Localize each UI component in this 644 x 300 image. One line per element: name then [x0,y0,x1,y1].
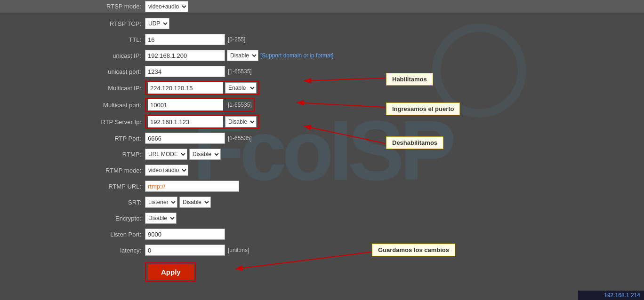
rtp-server-ip-input[interactable] [148,116,223,127]
ttl-label: TTL: [75,36,141,43]
multicast-ip-row: Multicast IP: DisableEnable [75,81,644,95]
multicast-port-highlight: [1-65535] [145,98,255,112]
encrypto-select[interactable]: DisableEnable [145,213,177,224]
multicast-port-label: Multicast port: [75,102,141,109]
rtmp-mode-select2[interactable]: video+audiovideoaudio [145,165,188,176]
unicast-port-row: unicast port: [1-65535] [75,65,644,78]
rtsp-tcp-select[interactable]: UDPTCP [145,18,169,29]
rtp-port-input[interactable] [145,133,225,144]
rtmp-row: RTMP: URL MODE DisableEnable [75,148,644,161]
encrypto-label: Encrypto: [75,215,141,222]
srt-mode-select[interactable]: ListenerCaller [145,197,177,208]
listen-port-label: Listen Port: [75,231,141,238]
form-area: RTSP TCP: UDPTCP TTL: [0-255] unicast IP… [0,13,644,300]
rtp-server-ip-highlight: DisableEnable [145,115,259,129]
multicast-port-hint: [1-65535] [228,102,252,108]
multicast-ip-select[interactable]: DisableEnable [225,82,257,94]
unicast-port-input[interactable] [145,66,225,77]
latency-label: latency: [75,247,141,254]
latency-input[interactable] [145,245,225,256]
unicast-ip-input[interactable] [145,50,225,61]
ttl-row: TTL: [0-255] [75,33,644,46]
apply-border-box: Apply [145,262,196,282]
unicast-ip-label: unicast IP: [75,52,141,59]
rtmp-mode-select[interactable]: URL MODE [145,149,187,160]
multicast-ip-label: Multicast IP: [75,85,141,92]
unicast-ip-row: unicast IP: DisableEnable [Support domai… [75,49,644,62]
rtp-server-ip-row: RTP Server Ip: DisableEnable [75,115,644,129]
rtmp-enable-select[interactable]: DisableEnable [189,149,221,160]
rtsp-tcp-row: RTSP TCP: UDPTCP [75,17,644,30]
rtmp-url-label: RTMP URL: [75,183,141,190]
multicast-port-input[interactable] [148,99,223,111]
srt-row: SRT: ListenerCaller DisableEnable [75,196,644,209]
annotation-ingresamos: Ingresamos el puerto [386,103,460,115]
apply-button[interactable]: Apply [148,264,194,280]
rtp-port-row: RTP Port: [1-65535] [75,132,644,145]
unicast-port-label: unicast port: [75,68,141,75]
unicast-ip-hint: [Support domain or ip format] [260,52,333,59]
ttl-hint: [0-255] [228,36,245,43]
rtmp-label: RTMP: [75,151,141,158]
rtp-server-ip-select[interactable]: DisableEnable [225,116,257,127]
rtsp-mode-label: RTSP mode: [75,3,141,10]
multicast-port-row: Multicast port: [1-65535] [75,98,644,112]
unicast-ip-select[interactable]: DisableEnable [227,50,258,61]
rtsp-mode-select[interactable]: video+audio [145,1,188,12]
unicast-port-hint: [1-65535] [228,68,252,75]
latency-row: latency: [unit:ms] [75,244,644,257]
listen-port-input[interactable] [145,229,225,240]
apply-wrapper-outer: Apply [75,261,644,282]
rtmp-url-row: RTMP URL: [75,180,644,193]
rtp-server-ip-label: RTP Server Ip: [75,118,141,126]
rtmp-mode-row: RTMP mode: video+audiovideoaudio [75,164,644,177]
ttl-input[interactable] [145,34,225,45]
srt-enable-select[interactable]: DisableEnable [179,197,211,208]
annotation-guardamos: Guardamos los cambios [372,244,455,256]
annotation-habilitamos: Habilitamos [386,73,433,86]
rtmp-mode-label: RTMP mode: [75,167,141,174]
main-container: RTSP mode: video+audio RTSP TCP: UDPTCP … [0,0,644,300]
listen-port-row: Listen Port: [75,228,644,241]
multicast-ip-highlight: DisableEnable [145,81,259,95]
latency-hint: [unit:ms] [228,247,249,253]
multicast-ip-input[interactable] [148,82,223,94]
rtsp-tcp-label: RTSP TCP: [75,20,141,27]
rtp-port-hint: [1-65535] [228,135,252,142]
rtp-port-label: RTP Port: [75,135,141,142]
top-partial-row: RTSP mode: video+audio [0,0,644,13]
srt-label: SRT: [75,199,141,206]
annotation-deshabilitamos: Deshabilitamos [386,136,443,149]
rtmp-url-input[interactable] [145,181,239,192]
encrypto-row: Encrypto: DisableEnable [75,212,644,225]
